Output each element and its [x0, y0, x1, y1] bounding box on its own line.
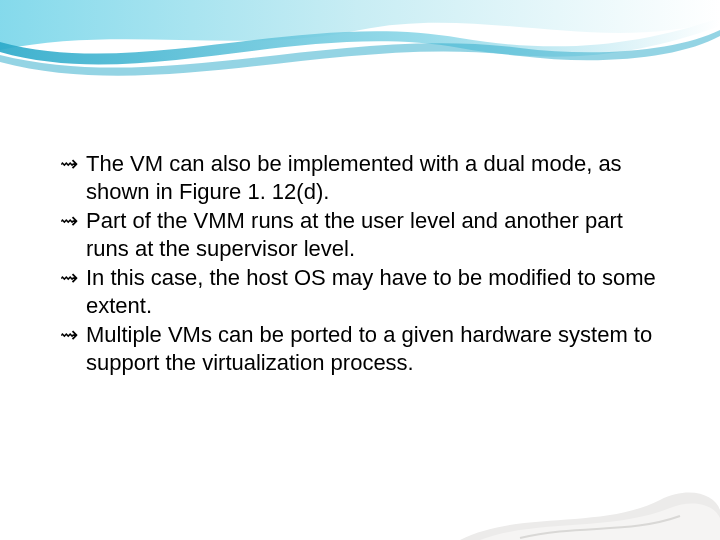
list-item: ⇝In this case, the host OS may have to b… — [60, 264, 660, 319]
bullet-icon: ⇝ — [60, 321, 86, 349]
footer-swirl-decoration — [460, 480, 720, 540]
bullet-text: Part of the VMM runs at the user level a… — [86, 208, 623, 261]
bullet-text: In this case, the host OS may have to be… — [86, 265, 656, 318]
header-wave-decoration — [0, 0, 720, 90]
bullet-icon: ⇝ — [60, 264, 86, 292]
list-item: ⇝Part of the VMM runs at the user level … — [60, 207, 660, 262]
list-item: ⇝Multiple VMs can be ported to a given h… — [60, 321, 660, 376]
bullet-list: ⇝The VM can also be implemented with a d… — [60, 150, 660, 378]
bullet-text: Multiple VMs can be ported to a given ha… — [86, 322, 652, 375]
list-item: ⇝The VM can also be implemented with a d… — [60, 150, 660, 205]
bullet-text: The VM can also be implemented with a du… — [86, 151, 622, 204]
bullet-icon: ⇝ — [60, 207, 86, 235]
bullet-icon: ⇝ — [60, 150, 86, 178]
slide: ⇝The VM can also be implemented with a d… — [0, 0, 720, 540]
